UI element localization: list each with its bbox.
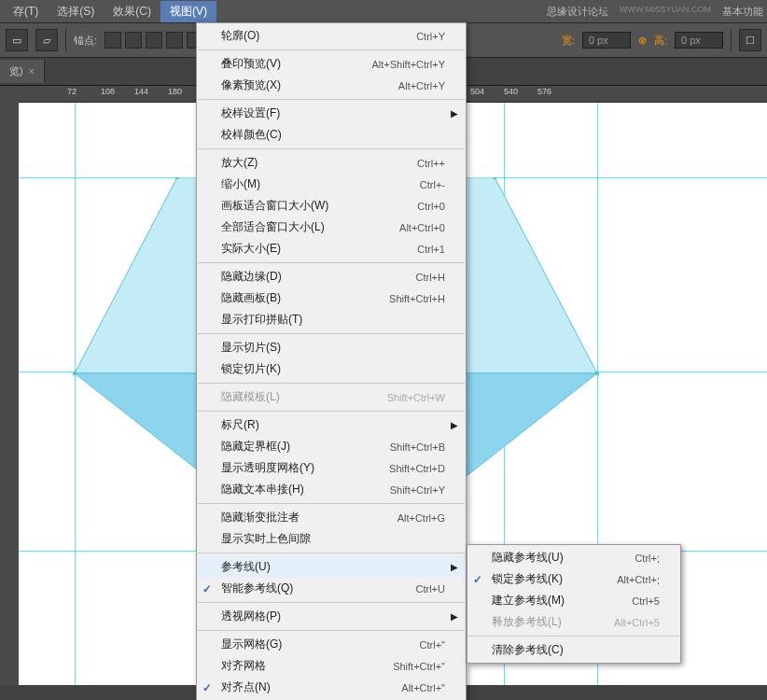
- check-icon: ✓: [202, 681, 212, 694]
- height-field[interactable]: 0 px: [675, 32, 723, 49]
- menu-item[interactable]: 显示切片(S): [197, 337, 466, 358]
- menu-item[interactable]: 校样颜色(C): [197, 124, 466, 146]
- anchor-icon-4[interactable]: [166, 32, 183, 49]
- document-tab[interactable]: 览) ×: [0, 60, 45, 83]
- menu-separator: [198, 99, 465, 100]
- menu-item-label: 隐藏模板(L): [221, 389, 387, 405]
- submenu-item[interactable]: ✓锁定参考线(K)Alt+Ctrl+;: [467, 568, 680, 590]
- menu-item[interactable]: 轮廓(O)Ctrl+Y: [197, 25, 466, 47]
- menu-item[interactable]: 校样设置(F)▶: [197, 103, 466, 124]
- svg-rect-2: [175, 177, 179, 179]
- menu-item[interactable]: 显示网格(G)Ctrl+": [197, 634, 466, 655]
- direct-tool-icon[interactable]: ▱: [35, 29, 58, 51]
- menu-shortcut: Alt+Ctrl+0: [399, 222, 445, 233]
- menu-item[interactable]: 放大(Z)Ctrl++: [197, 152, 466, 174]
- anchor-icon-3[interactable]: [146, 32, 162, 49]
- menu-separator: [198, 148, 465, 149]
- anchor-icon-2[interactable]: [125, 32, 142, 49]
- menu-item-label: 对齐点(N): [221, 679, 401, 695]
- menu-item-label: 显示实时上色间隙: [221, 531, 445, 547]
- menu-shortcut: Shift+Ctrl+W: [387, 392, 445, 403]
- align-tool-icon[interactable]: ☐: [739, 29, 761, 51]
- selection-tool-icon[interactable]: ▭: [6, 29, 28, 51]
- menu-item-label: 缩小(M): [221, 176, 420, 192]
- submenu-label: 建立参考线(M): [492, 593, 632, 609]
- anchor-icon-1[interactable]: [105, 32, 121, 49]
- menu-item-label: 对齐网格: [221, 658, 393, 674]
- basic-text: 基本功能: [722, 5, 763, 19]
- menu-item[interactable]: 缩小(M)Ctrl+-: [197, 174, 466, 195]
- menu-save[interactable]: 存(T): [4, 1, 48, 22]
- check-icon: ✓: [202, 582, 212, 595]
- menu-item[interactable]: 像素预览(X)Alt+Ctrl+Y: [197, 75, 466, 96]
- menu-item-label: 锁定切片(K): [221, 361, 445, 377]
- menu-item[interactable]: 实际大小(E)Ctrl+1: [197, 238, 466, 259]
- submenu-item: 释放参考线(L)Alt+Ctrl+5: [467, 611, 680, 633]
- menu-item-label: 轮廓(O): [221, 28, 416, 44]
- menu-item[interactable]: 显示透明度网格(Y)Shift+Ctrl+D: [197, 457, 466, 479]
- menu-item[interactable]: 隐藏渐变批注者Alt+Ctrl+G: [197, 507, 466, 528]
- menu-item[interactable]: ✓对齐点(N)Alt+Ctrl+": [197, 677, 466, 698]
- submenu-item[interactable]: 隐藏参考线(U)Ctrl+;: [467, 547, 680, 568]
- submenu-arrow-icon: ▶: [451, 611, 458, 622]
- menu-effect[interactable]: 效果(C): [104, 1, 160, 22]
- submenu-shortcut: Ctrl+5: [632, 595, 660, 607]
- menu-separator: [198, 333, 465, 334]
- menu-item[interactable]: 隐藏文本串接(H)Shift+Ctrl+Y: [197, 479, 466, 500]
- menu-item[interactable]: 叠印预览(V)Alt+Shift+Ctrl+Y: [197, 53, 466, 75]
- menu-item[interactable]: 参考线(U)▶: [197, 556, 466, 578]
- menu-shortcut: Shift+Ctrl+Y: [390, 484, 445, 496]
- menu-shortcut: Alt+Ctrl+Y: [398, 80, 445, 91]
- tab-close-icon[interactable]: ×: [29, 66, 35, 77]
- menu-shortcut: Shift+Ctrl+B: [390, 441, 445, 453]
- menu-item[interactable]: 锁定切片(K): [197, 358, 466, 380]
- menu-item[interactable]: 对齐网格Shift+Ctrl+": [197, 655, 466, 677]
- menu-shortcut: Alt+Ctrl+": [401, 682, 445, 693]
- menu-item-label: 隐藏定界框(J): [221, 439, 390, 455]
- menu-shortcut: Ctrl+1: [417, 244, 445, 255]
- link-icon[interactable]: ⊗: [638, 35, 647, 47]
- menu-shortcut: Ctrl+U: [416, 583, 445, 595]
- menu-item[interactable]: 隐藏定界框(J)Shift+Ctrl+B: [197, 436, 466, 457]
- menu-select[interactable]: 选择(S): [48, 1, 104, 22]
- guides-submenu: 隐藏参考线(U)Ctrl+;✓锁定参考线(K)Alt+Ctrl+;建立参考线(M…: [467, 544, 681, 664]
- height-label: 高:: [654, 34, 667, 48]
- menu-item[interactable]: 隐藏画板(B)Shift+Ctrl+H: [197, 287, 466, 309]
- submenu-item[interactable]: 建立参考线(M)Ctrl+5: [467, 590, 680, 611]
- menu-shortcut: Ctrl+Y: [416, 31, 445, 42]
- submenu-shortcut: Alt+Ctrl+;: [617, 574, 660, 585]
- submenu-label: 清除参考线(C): [492, 642, 660, 658]
- menu-shortcut: Ctrl+": [420, 639, 445, 651]
- menu-item[interactable]: 全部适合窗口大小(L)Alt+Ctrl+0: [197, 217, 466, 238]
- svg-rect-4: [73, 371, 77, 375]
- menu-shortcut: Ctrl+-: [420, 179, 445, 190]
- submenu-item[interactable]: 清除参考线(C): [467, 639, 680, 661]
- menu-item[interactable]: 隐藏边缘(D)Ctrl+H: [197, 266, 466, 287]
- menu-item-label: 隐藏边缘(D): [221, 269, 416, 285]
- menu-item[interactable]: ✓智能参考线(Q)Ctrl+U: [197, 578, 466, 599]
- menu-separator: [198, 49, 465, 50]
- menu-item[interactable]: 显示打印拼贴(T): [197, 309, 466, 330]
- submenu-label: 隐藏参考线(U): [492, 550, 635, 566]
- menu-item[interactable]: 标尺(R)▶: [197, 414, 466, 436]
- menu-item[interactable]: 显示实时上色间隙: [197, 528, 466, 550]
- submenu-shortcut: Alt+Ctrl+5: [614, 617, 660, 628]
- menu-item-label: 透视网格(P): [221, 609, 445, 624]
- menu-item-label: 实际大小(E): [221, 241, 417, 257]
- menu-item-label: 显示透明度网格(Y): [221, 460, 389, 476]
- submenu-label: 释放参考线(L): [492, 614, 614, 630]
- menu-item-label: 校样颜色(C): [221, 127, 445, 143]
- menu-separator: [198, 262, 465, 263]
- menu-item-label: 显示切片(S): [221, 340, 445, 356]
- menu-item[interactable]: 画板适合窗口大小(W)Ctrl+0: [197, 195, 466, 217]
- menu-shortcut: Alt+Ctrl+G: [397, 512, 445, 524]
- menu-item-label: 画板适合窗口大小(W): [221, 198, 417, 214]
- menu-item-label: 隐藏渐变批注者: [221, 510, 397, 525]
- svg-rect-5: [595, 371, 599, 375]
- menu-view[interactable]: 视图(V): [160, 1, 216, 22]
- width-field[interactable]: 0 px: [582, 32, 631, 49]
- menu-item[interactable]: 透视网格(P)▶: [197, 606, 466, 627]
- width-label: 宽:: [562, 34, 575, 48]
- menubar: 存(T) 选择(S) 效果(C) 视图(V) 思缘设计论坛 WWW.MISSYU…: [0, 0, 767, 22]
- forum-text: 思缘设计论坛: [547, 5, 608, 19]
